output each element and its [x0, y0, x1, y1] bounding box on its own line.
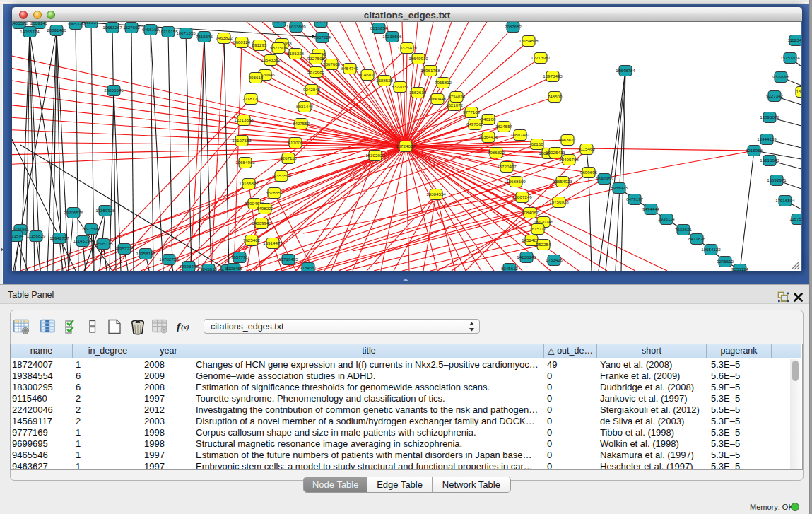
svg-text:19218506: 19218506 [382, 34, 402, 39]
svg-text:1167531: 1167531 [789, 216, 801, 221]
svg-text:12505135: 12505135 [93, 241, 113, 246]
svg-text:9242848: 9242848 [303, 87, 321, 92]
svg-text:16648784: 16648784 [616, 68, 635, 73]
svg-text:9084067: 9084067 [522, 210, 539, 215]
svg-text:7463822: 7463822 [216, 35, 233, 40]
svg-text:1405572: 1405572 [12, 22, 28, 25]
svg-text:6734024: 6734024 [448, 94, 466, 99]
svg-text:20053346: 20053346 [104, 88, 124, 93]
svg-text:9115460: 9115460 [578, 146, 595, 151]
svg-text:9227342: 9227342 [766, 93, 784, 98]
svg-text:16961758: 16961758 [420, 68, 440, 73]
svg-text:9463627: 9463627 [559, 137, 577, 142]
svg-text:12213967: 12213967 [531, 55, 551, 60]
svg-text:12923448: 12923448 [179, 264, 199, 269]
svg-text:11145194: 11145194 [73, 238, 93, 243]
svg-text:7625402: 7625402 [243, 238, 261, 243]
svg-text:1733426: 1733426 [546, 257, 563, 262]
svg-text:2718170: 2718170 [242, 96, 260, 101]
svg-text:12093872: 12093872 [760, 115, 779, 119]
svg-text:8322037: 8322037 [392, 84, 409, 89]
svg-text:10653267: 10653267 [102, 25, 122, 30]
svg-text:9134567: 9134567 [300, 265, 317, 270]
svg-text:9245612: 9245612 [717, 259, 734, 264]
svg-text:6497568: 6497568 [466, 122, 484, 127]
svg-text:16154808: 16154808 [519, 38, 539, 43]
svg-text:23495798: 23495798 [559, 157, 579, 162]
svg-text:3624554: 3624554 [495, 124, 513, 129]
svg-text:10543362: 10543362 [261, 57, 281, 62]
svg-text:965327: 965327 [84, 22, 99, 25]
svg-text:13325419: 13325419 [397, 45, 417, 50]
svg-text:13654923: 13654923 [553, 179, 572, 184]
svg-text:8427552: 8427552 [293, 121, 310, 126]
svg-text:12213363: 12213363 [234, 117, 254, 122]
svg-text:8813054: 8813054 [370, 25, 388, 30]
svg-text:3215958: 3215958 [746, 148, 763, 153]
svg-text:10958117: 10958117 [136, 251, 155, 256]
svg-text:15716485: 15716485 [278, 257, 298, 262]
svg-text:16033809: 16033809 [286, 24, 306, 29]
svg-text:1615112: 1615112 [529, 226, 546, 231]
svg-text:8660124: 8660124 [233, 40, 251, 45]
svg-text:8245612: 8245612 [501, 266, 519, 271]
svg-text:13325: 13325 [796, 89, 801, 94]
svg-text:16914479: 16914479 [263, 240, 283, 245]
svg-text:10671355: 10671355 [176, 30, 196, 35]
svg-text:748500: 748500 [548, 94, 563, 99]
svg-text:10807487: 10807487 [510, 132, 530, 137]
svg-text:2087682: 2087682 [505, 24, 522, 29]
svg-text:20206576: 20206576 [64, 210, 83, 215]
svg-text:7955812: 7955812 [435, 80, 452, 85]
svg-text:9245813: 9245813 [200, 267, 218, 271]
svg-text:12353594: 12353594 [271, 173, 291, 178]
svg-text:5875685: 5875685 [307, 69, 325, 74]
svg-text:62160: 62160 [531, 141, 543, 146]
svg-text:7986322: 7986322 [488, 150, 505, 155]
svg-text:1065326: 1065326 [67, 22, 85, 26]
svg-text:6466160: 6466160 [142, 27, 160, 32]
svg-text:2935114: 2935114 [658, 216, 675, 221]
svg-text:15692971: 15692971 [767, 177, 787, 182]
svg-text:9146821: 9146821 [359, 72, 377, 77]
svg-text:16210643: 16210643 [760, 158, 779, 163]
svg-text:15720407: 15720407 [497, 164, 517, 169]
svg-text:19166827: 19166827 [239, 181, 259, 186]
svg-text:6990448: 6990448 [429, 96, 447, 101]
svg-text:903614: 903614 [249, 75, 264, 80]
svg-text:1112345: 1112345 [787, 37, 801, 42]
svg-text:11156829: 11156829 [27, 233, 46, 238]
svg-text:15751074: 15751074 [780, 55, 800, 60]
svg-text:6479197: 6479197 [626, 197, 644, 201]
svg-text:19384554: 19384554 [426, 192, 446, 197]
svg-text:10654122: 10654122 [701, 247, 721, 252]
svg-text:16640910: 16640910 [408, 56, 428, 61]
svg-text:160338: 160338 [272, 22, 287, 24]
svg-text:14009948: 14009948 [252, 221, 271, 226]
svg-text:9827509: 9827509 [270, 45, 288, 50]
svg-text:9356124: 9356124 [731, 267, 749, 271]
svg-text:9699695: 9699695 [580, 170, 598, 175]
svg-text:1527602: 1527602 [123, 25, 141, 30]
svg-text:10975887: 10975887 [81, 226, 101, 231]
svg-text:252254: 252254 [536, 242, 551, 247]
svg-text:17957225: 17957225 [114, 246, 134, 251]
svg-text:9329966: 9329966 [772, 74, 790, 79]
svg-text:10654983: 10654983 [235, 160, 255, 165]
svg-text:3578352: 3578352 [266, 190, 283, 195]
svg-text:8471626: 8471626 [688, 236, 706, 241]
svg-text:2009140: 2009140 [30, 22, 48, 25]
svg-text:9327508: 9327508 [307, 56, 325, 61]
svg-text:991594: 991594 [12, 233, 24, 238]
svg-text:1640956: 1640956 [596, 176, 613, 181]
svg-text:17016504: 17016504 [775, 198, 795, 203]
svg-text:8031444: 8031444 [296, 104, 314, 109]
svg-text:9657791: 9657791 [231, 255, 249, 259]
svg-text:3267110: 3267110 [280, 156, 297, 160]
svg-text:10025433: 10025433 [546, 150, 565, 155]
svg-text:417006: 417006 [288, 140, 303, 145]
svg-text:8938923: 8938923 [611, 185, 628, 190]
svg-text:10973493: 10973493 [543, 74, 563, 78]
svg-text:12942757: 12942757 [49, 235, 69, 240]
svg-text:7515546: 7515546 [196, 34, 213, 39]
